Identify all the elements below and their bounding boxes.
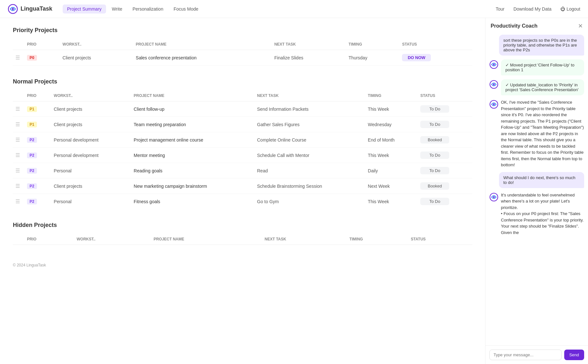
drag-handle-icon[interactable]: ☰ xyxy=(15,199,20,204)
ai-avatar xyxy=(489,80,498,89)
hidden-table-header: PRIO WORKST.. PROJECT NAME NEXT TASK TIM… xyxy=(13,234,472,245)
logo-text: LinguaTask xyxy=(21,5,52,12)
next-task-cell: Send Information Packets xyxy=(253,101,364,117)
prio-badge: P2 xyxy=(27,137,37,143)
hidden-projects-title: Hidden Projects xyxy=(13,222,472,229)
svg-point-7 xyxy=(493,103,494,105)
prio-badge: P1 xyxy=(27,122,37,127)
table-row[interactable]: ☰ P2 Personal Reading goals Read Daily T… xyxy=(13,163,472,178)
status-badge: To Do xyxy=(420,167,449,174)
status-cell: Booked xyxy=(416,178,472,194)
col-drag xyxy=(13,234,23,245)
col-workspace: WORKST.. xyxy=(73,234,149,245)
col-drag xyxy=(13,39,23,50)
project-name-cell: New marketing campaign brainstorm xyxy=(130,178,253,194)
main-nav: Project Summary Write Personalization Fo… xyxy=(63,4,203,13)
ai-avatar-icon xyxy=(489,100,498,109)
timing-cell: Next Week xyxy=(364,178,416,194)
workspace-cell: Personal development xyxy=(50,148,130,163)
status-cell: To Do xyxy=(416,117,472,132)
drag-handle-icon[interactable]: ☰ xyxy=(15,55,20,60)
table-row[interactable]: ☰ P0 Client projects Sales conference pr… xyxy=(13,50,472,65)
status-badge: To Do xyxy=(420,105,449,113)
coach-messages: sort these projects so the P0s are in th… xyxy=(486,32,588,345)
coach-close-button[interactable]: ✕ xyxy=(578,23,583,29)
nav-item-focus-mode[interactable]: Focus Mode xyxy=(169,4,203,13)
prio-badge: P0 xyxy=(27,55,37,61)
nav-item-project-summary[interactable]: Project Summary xyxy=(63,4,106,13)
table-row[interactable]: ☰ P2 Personal development Project manage… xyxy=(13,132,472,148)
drag-handle-icon[interactable]: ☰ xyxy=(15,183,20,189)
col-timing: TIMING xyxy=(345,234,407,245)
priority-projects-section: Priority Projects PRIO WORKST.. PROJECT … xyxy=(13,27,472,65)
power-icon: ⏻ xyxy=(560,6,565,12)
timing-cell: End of Month xyxy=(364,132,416,148)
project-name-cell: Project management online course xyxy=(130,132,253,148)
ai-message-content: ✓ Moved project 'Client Follow-Up' to po… xyxy=(501,59,584,75)
footer: © 2024 LinguaTask xyxy=(13,258,472,273)
col-workspace: WORKST.. xyxy=(59,39,132,50)
logout-button[interactable]: ⏻ Logout xyxy=(560,6,580,12)
drag-handle-icon[interactable]: ☰ xyxy=(15,106,20,112)
next-task-cell: Schedule Brainstorming Session xyxy=(253,178,364,194)
next-task-cell: Gather Sales Figures xyxy=(253,117,364,132)
status-badge: Booked xyxy=(420,136,449,143)
prio-badge: P2 xyxy=(27,199,37,204)
coach-input-area: Send xyxy=(486,345,588,364)
status-cell: To Do xyxy=(416,163,472,178)
table-row[interactable]: ☰ P1 Client projects Team meeting prepar… xyxy=(13,117,472,132)
svg-point-5 xyxy=(493,83,494,85)
drag-handle-icon[interactable]: ☰ xyxy=(15,122,20,127)
workspace-cell: Client projects xyxy=(50,101,130,117)
ai-message-long: It's understandable to feel overwhelmed … xyxy=(489,192,584,236)
project-name-cell: Reading goals xyxy=(130,163,253,178)
table-row[interactable]: ☰ P2 Personal Fitness goals Go to Gym Th… xyxy=(13,194,472,209)
status-cell: DO NOW xyxy=(398,50,472,65)
status-badge: Booked xyxy=(420,182,449,190)
nav-item-write[interactable]: Write xyxy=(107,4,127,13)
status-cell: To Do xyxy=(416,194,472,209)
download-link[interactable]: Download My Data xyxy=(513,6,551,12)
col-status: STATUS xyxy=(398,39,472,50)
ai-message-content: OK, I've moved the "Sales Conference Pre… xyxy=(501,99,584,168)
ai-message-content: It's understandable to feel overwhelmed … xyxy=(501,192,584,236)
main-container: Priority Projects PRIO WORKST.. PROJECT … xyxy=(0,18,588,364)
next-task-cell: Complete Online Course xyxy=(253,132,364,148)
workspace-cell: Personal xyxy=(50,194,130,209)
status-badge: To Do xyxy=(420,152,449,159)
priority-table-header: PRIO WORKST.. PROJECT NAME NEXT TASK TIM… xyxy=(13,39,472,50)
table-row[interactable]: ☰ P2 Personal development Mentor meeting… xyxy=(13,148,472,163)
col-workspace: WORKST.. xyxy=(50,90,130,101)
ai-avatar xyxy=(489,60,498,69)
col-next-task: NEXT TASK xyxy=(271,39,345,50)
project-name-cell: Fitness goals xyxy=(130,194,253,209)
tour-link[interactable]: Tour xyxy=(496,6,504,12)
priority-projects-table: PRIO WORKST.. PROJECT NAME NEXT TASK TIM… xyxy=(13,39,472,65)
workspace-cell: Client projects xyxy=(50,178,130,194)
logo[interactable]: LinguaTask xyxy=(8,4,52,14)
status-badge: DO NOW xyxy=(402,54,431,61)
nav-item-personalization[interactable]: Personalization xyxy=(128,4,168,13)
col-status: STATUS xyxy=(416,90,472,101)
timing-cell: This Week xyxy=(364,194,416,209)
prio-badge: P2 xyxy=(27,168,37,174)
drag-handle-icon[interactable]: ☰ xyxy=(15,168,20,173)
drag-handle-icon[interactable]: ☰ xyxy=(15,152,20,158)
status-cell: Booked xyxy=(416,132,472,148)
prio-badge: P1 xyxy=(27,106,37,112)
coach-message-input[interactable] xyxy=(489,350,562,360)
coach-send-button[interactable]: Send xyxy=(564,350,584,360)
coach-panel: Productivity Coach ✕ sort these projects… xyxy=(485,18,588,364)
col-next-task: NEXT TASK xyxy=(253,90,364,101)
workspace-cell: Client projects xyxy=(59,50,132,65)
col-prio: PRIO xyxy=(23,234,73,245)
ai-message: ✓ Updated table_location to 'Priority' i… xyxy=(489,79,584,95)
col-status: STATUS xyxy=(407,234,472,245)
table-row[interactable]: ☰ P2 Client projects New marketing campa… xyxy=(13,178,472,194)
table-row[interactable]: ☰ P1 Client projects Client follow-up Se… xyxy=(13,101,472,117)
coach-title: Productivity Coach xyxy=(491,23,538,29)
drag-handle-icon[interactable]: ☰ xyxy=(15,137,20,143)
ai-avatar-icon xyxy=(489,80,498,89)
prio-badge: P2 xyxy=(27,183,37,189)
status-cell: To Do xyxy=(416,148,472,163)
